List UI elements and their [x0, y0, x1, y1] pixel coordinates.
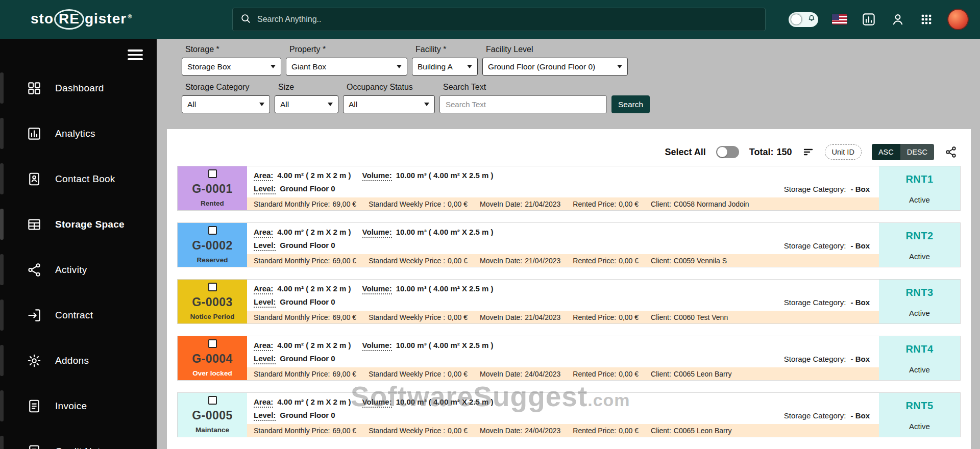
- client: Client: C0058 Normand Jodoin: [651, 200, 749, 208]
- detail-line-1: Area: 4.00 m² ( 2 m X 2 m ) Volume: 10.0…: [254, 228, 879, 238]
- addons-icon: [27, 353, 42, 368]
- sidebar-item-label: Activity: [55, 264, 87, 276]
- unit-id-block[interactable]: G-0003 Notice Period: [178, 280, 247, 323]
- asc-button[interactable]: ASC: [872, 144, 900, 160]
- rented-price: Rented Price: 0,00 €: [573, 313, 639, 321]
- sidebar-item-credit-note[interactable]: Credit Note: [0, 429, 157, 449]
- apps-grid-icon[interactable]: [919, 12, 934, 27]
- share-icon[interactable]: [944, 145, 958, 159]
- unit-rental-badge[interactable]: RNT1 Active: [879, 166, 960, 210]
- volume-label: Volume:: [362, 171, 392, 181]
- sidebar-item-label: Invoice: [55, 401, 87, 412]
- level-label: Level:: [254, 297, 276, 308]
- filter-occupancy-status-select[interactable]: All: [343, 95, 435, 113]
- rental-status: Active: [909, 195, 930, 204]
- area-label: Area:: [254, 228, 273, 238]
- filter-property-select[interactable]: Giant Box: [286, 58, 407, 76]
- search-button[interactable]: Search: [611, 95, 650, 113]
- unit-rental-badge[interactable]: RNT4 Active: [879, 336, 960, 380]
- sidebar-nav: Dashboard Analytics Contact Book Storage…: [0, 65, 157, 449]
- filter-facility-level-select[interactable]: Ground Floor (Ground Floor 0): [482, 58, 628, 76]
- area-value: 4.00 m² ( 2 m X 2 m ): [277, 284, 351, 293]
- movein-date-value: 21/04/2023: [525, 200, 560, 208]
- desc-button[interactable]: DESC: [900, 144, 934, 160]
- unit-id-sort-pill[interactable]: Unit ID: [825, 144, 862, 160]
- theme-notification-toggle[interactable]: [789, 12, 818, 27]
- level-value: Ground Floor 0: [280, 184, 335, 193]
- unit-checkbox[interactable]: [208, 396, 217, 405]
- storage-category: Storage Category: - Box: [784, 241, 870, 250]
- unit-checkbox[interactable]: [208, 226, 217, 235]
- unit-rental-badge[interactable]: RNT5 Active: [879, 393, 960, 437]
- area-value: 4.00 m² ( 2 m X 2 m ): [277, 341, 351, 350]
- sidebar-item-addons[interactable]: Addons: [0, 338, 157, 383]
- rented-price-value: 0,00 €: [619, 313, 639, 321]
- invoice-icon: [27, 398, 42, 414]
- sidebar-item-analytics[interactable]: Analytics: [0, 111, 157, 156]
- area-value: 4.00 m² ( 2 m X 2 m ): [277, 171, 351, 180]
- sidebar-item-label: Contact Book: [55, 173, 115, 185]
- hamburger-menu-icon[interactable]: [128, 47, 143, 63]
- credit-note-icon: [27, 444, 42, 449]
- storage-category-value: - Box: [851, 298, 870, 307]
- sidebar-item-contact-book[interactable]: Contact Book: [0, 156, 157, 202]
- sidebar-item-invoice[interactable]: Invoice: [0, 383, 157, 429]
- unit-id-block[interactable]: G-0005 Maintance: [178, 393, 247, 437]
- global-search-input[interactable]: [257, 15, 758, 24]
- unit-checkbox[interactable]: [208, 339, 217, 348]
- detail-line-1: Area: 4.00 m² ( 2 m X 2 m ) Volume: 10.0…: [254, 341, 879, 351]
- unit-details-block: Area: 4.00 m² ( 2 m X 2 m ) Volume: 10.0…: [247, 336, 879, 380]
- registered-mark: ®: [128, 13, 132, 19]
- rental-status: Active: [909, 365, 930, 374]
- unit-checkbox[interactable]: [208, 283, 217, 291]
- rental-status: Active: [909, 422, 930, 431]
- unit-checkbox[interactable]: [208, 169, 217, 178]
- filter-storage-category-select[interactable]: All: [182, 95, 270, 113]
- storage-space-icon: [27, 217, 42, 232]
- user-icon[interactable]: [890, 12, 905, 27]
- unit-id-block[interactable]: G-0002 Reserved: [178, 223, 247, 267]
- rented-price: Rented Price: 0,00 €: [573, 200, 639, 208]
- chevron-down-icon: [397, 65, 402, 68]
- area-label: Area:: [254, 341, 273, 351]
- filter-occupancy-status-value: All: [349, 100, 357, 109]
- global-search[interactable]: [232, 8, 766, 31]
- sidebar-item-storage-space[interactable]: Storage Space: [0, 202, 157, 247]
- filter-row-1: Storage * Storage Box Property * Giant B…: [182, 45, 980, 76]
- unit-id-block[interactable]: G-0004 Over locked: [178, 336, 247, 380]
- unit-rental-badge[interactable]: RNT3 Active: [879, 280, 960, 323]
- filter-facility-select[interactable]: Building A: [412, 58, 478, 76]
- sidebar-item-activity[interactable]: Activity: [0, 247, 157, 292]
- filter-property-value: Giant Box: [291, 62, 326, 71]
- filter-size-label: Size: [278, 83, 338, 92]
- filter-storage-select[interactable]: Storage Box: [182, 58, 281, 76]
- storage-category: Storage Category: - Box: [784, 298, 870, 307]
- level-label: Level:: [254, 184, 276, 194]
- sidebar-item-label: Addons: [55, 355, 89, 366]
- rented-price-label: Rented Price:: [573, 200, 616, 208]
- detail-line-1: Area: 4.00 m² ( 2 m X 2 m ) Volume: 10.0…: [254, 397, 879, 408]
- monthly-price: Standard Monthly Price: 69,00 €: [254, 427, 356, 435]
- sidebar-item-contract[interactable]: Contract: [0, 292, 157, 338]
- bar-chart-icon[interactable]: [861, 12, 876, 27]
- storage-category: Storage Category: - Box: [784, 355, 870, 363]
- movein-date: MoveIn Date: 24/04/2023: [480, 370, 560, 378]
- movein-date-label: MoveIn Date:: [480, 370, 522, 378]
- sort-icon[interactable]: [802, 146, 815, 158]
- dashboard-icon: [27, 81, 42, 96]
- unit-id: G-0003: [192, 295, 233, 309]
- sidebar-item-label: Contract: [55, 310, 93, 321]
- filter-size-select[interactable]: All: [275, 95, 338, 113]
- volume-value: 10.00 m³ ( 4.00 m² X 2.5 m ): [396, 284, 494, 293]
- unit-details: Area: 4.00 m² ( 2 m X 2 m ) Volume: 10.0…: [247, 166, 879, 197]
- us-flag-icon[interactable]: [832, 14, 847, 24]
- select-all-toggle[interactable]: [716, 146, 739, 158]
- user-avatar[interactable]: [947, 9, 969, 30]
- sidebar-item-dashboard[interactable]: Dashboard: [0, 65, 157, 111]
- unit-id-block[interactable]: G-0001 Rented: [178, 166, 247, 210]
- search-text-input[interactable]: [439, 95, 607, 113]
- filter-occupancy-status-label: Occupancy Status: [347, 83, 435, 92]
- unit-rental-badge[interactable]: RNT2 Active: [879, 223, 960, 267]
- storage-category-value: - Box: [851, 185, 870, 193]
- app-logo[interactable]: stoREgister®: [31, 9, 132, 30]
